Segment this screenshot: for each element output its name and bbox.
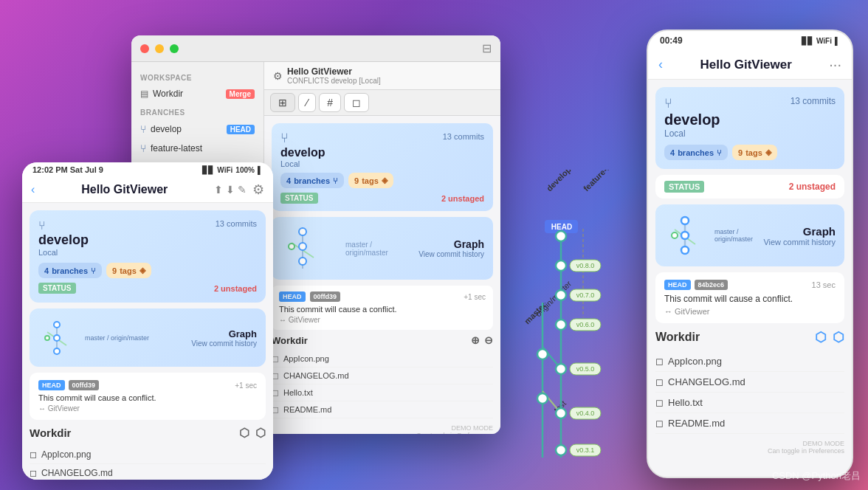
mobile-tag-chip-icon: ◈ [140,266,145,275]
branch-card: ⑂ develop Local 13 commits 4 branches ⑂ … [272,123,493,211]
mobile-workdir-header: Workdir ⬡ ⬡ [30,426,266,440]
graph-card[interactable]: master / origin/master Graph View commit… [272,217,493,280]
phone-discard-icon[interactable]: ⬡ [833,329,844,345]
minimize-button[interactable] [155,44,164,53]
sidebar-item-feature-latest[interactable]: ⑂ feature-latest [131,139,264,158]
branch-icon-card: ⑂ [280,131,289,145]
mobile-graph-card[interactable]: master / origin/master Graph View commit… [30,308,266,367]
svg-text:v0.5.0: v0.5.0 [576,365,595,373]
wifi-icon: WiFi [217,166,232,174]
sidebar-item-workdir[interactable]: ▤ Workdir Merge [131,85,264,103]
tags-count: 9 [354,176,359,185]
mobile-window: 12:02 PM Sat Jul 9 ▊▊ WiFi 100% ▌ ‹ Hell… [22,162,273,480]
phone-unstaged: 2 unstaged [789,182,836,192]
mobile-status-row: STATUS 2 unstaged [38,283,257,294]
mobile-graph-branch-label: master / origin/master [85,334,191,342]
sidebar-item-develop[interactable]: ⑂ develop HEAD [131,120,264,139]
status-row: STATUS 2 unstaged [280,193,484,204]
repo-header: ⚙ Hello GitViewer CONFLICTS develop [Loc… [264,62,500,90]
phone-file-readme: ◻ README.md [655,413,844,434]
phone-stage-icon[interactable]: ⬡ [815,329,827,345]
unstaged-count: 2 unstaged [441,194,484,203]
mobile-branches-count: 4 [44,266,49,275]
mobile-head-badge: HEAD [38,380,65,390]
phone-branches-chip: 4 branches ⑂ [664,145,728,160]
phone-commit-header: HEAD 84b2ec6 13 sec [664,280,836,290]
mobile-meta-row: 4 branches ⑂ 9 tags ◈ [38,263,257,278]
mobile-commit-header: HEAD 00ffd39 +1 sec [38,380,257,390]
sidebar-toggle-icon[interactable]: ⊟ [482,41,492,55]
phone-branch-icon-chip: ⑂ [717,148,722,157]
watermark: CSDN @Python老吕 [772,469,861,483]
toolbar-slash-button[interactable]: ⁄ [298,93,316,112]
toolbar-grid-button[interactable]: ⊞ [270,93,295,112]
toolbar-hash-button[interactable]: # [319,93,341,112]
phone-graph-branch-label: master / origin/master [714,228,763,243]
mobile-time: 12:02 PM Sat Jul 9 [32,165,103,174]
svg-point-23 [537,349,548,359]
mobile-back-button[interactable]: ‹ [31,183,35,196]
toolbar-file-button[interactable]: ◻ [344,93,369,112]
head-sha-badge: HEAD [279,291,306,302]
file-icon: ◻ [655,376,664,387]
svg-point-28 [556,408,566,418]
svg-point-36 [54,322,60,328]
phone-commit-item: HEAD 84b2ec6 13 sec This commit will cau… [655,272,844,323]
mobile-file-changelog: ◻ CHANGELOG.md [30,464,266,480]
file-icon: ◻ [30,449,37,460]
phone-tag-icon-chip: ◈ [765,148,771,157]
commit-message: This commit will cause a conflict. [279,305,486,314]
maximize-button[interactable] [170,44,179,53]
signal-icon: ▊▊ [202,166,214,174]
commit-header: HEAD 00ffd39 +1 sec [279,291,486,302]
mobile-branch-local: Local [38,248,257,257]
phone-commit-time: 13 sec [812,280,836,289]
phone-branch-icon: ⑂ [664,96,672,111]
phone-commits: 13 commits [790,96,836,106]
mobile-branch-commits: 13 commits [216,219,257,228]
branch-card-commits: 13 commits [443,132,484,141]
workdir-header: Workdir ⊕ ⊖ [272,334,493,346]
macos-titlebar: ⊟ [131,35,500,62]
svg-point-24 [556,364,566,374]
phone-workdir-section: Workdir ⬡ ⬡ ◻ AppIcon.png ◻ CHANGELOG.md… [655,329,844,434]
mobile-branch-chip-icon: ⑂ [91,266,96,275]
phone-more-icon[interactable]: ··· [829,56,841,73]
mobile-graph-title: Graph [191,328,257,339]
phone-back-button[interactable]: ‹ [658,57,663,72]
mobile-title: Hello GitViewer [81,183,168,196]
close-button[interactable] [140,44,149,53]
branch-card-name: develop [280,146,484,159]
phone-file-appicon: ◻ AppIcon.png [655,351,844,372]
mobile-statusbar: 12:02 PM Sat Jul 9 ▊▊ WiFi 100% ▌ [22,162,273,177]
mobile-status-icons: ▊▊ WiFi 100% ▌ [202,166,263,174]
mobile-graph-mini-svg [38,317,79,358]
phone-head-badge: HEAD [664,280,691,290]
phone-branch-name: develop [664,111,836,128]
phone-tags-chip: 9 tags ◈ [732,145,777,160]
phone-meta-row: 4 branches ⑂ 9 tags ◈ [664,145,836,160]
phone-wifi-icon: WiFi [816,37,832,45]
mobile-discard-icon[interactable]: ⬡ [255,426,266,440]
mobile-branches-chip: 4 branches ⑂ [38,263,102,278]
phone-graph-subtitle: View commit history [763,238,836,246]
branches-count: 4 [286,176,291,185]
battery-icon: ▌ [258,166,263,174]
mobile-tags-count: 9 [112,266,117,275]
svg-text:v0.7.0: v0.7.0 [576,291,595,299]
phone-graph-card[interactable]: master / origin/master Graph View commit… [655,204,844,266]
svg-point-31 [556,445,566,455]
phone-status-icons: ▊▊ WiFi ▌ [802,37,840,45]
workdir-icon: ▤ [140,89,148,99]
file-item: ◻ Hello.txt [272,384,493,401]
svg-point-13 [556,231,566,241]
tags-label-chip: tags [362,176,379,185]
branch-develop-label: develop [151,124,182,134]
mobile-stage-icon[interactable]: ⬡ [239,426,249,440]
phone-title: Hello GitViewer [700,58,791,72]
branch-chip-icon: ⑂ [333,176,338,185]
mobile-more-icon[interactable]: ⚙ [252,182,264,198]
demo-mode-text: DEMO MODE Can toggle in Preferences [272,424,493,434]
workdir-stage-icon[interactable]: ⊕ [471,334,480,346]
file-item: ◻ CHANGELOG.md [272,368,493,384]
